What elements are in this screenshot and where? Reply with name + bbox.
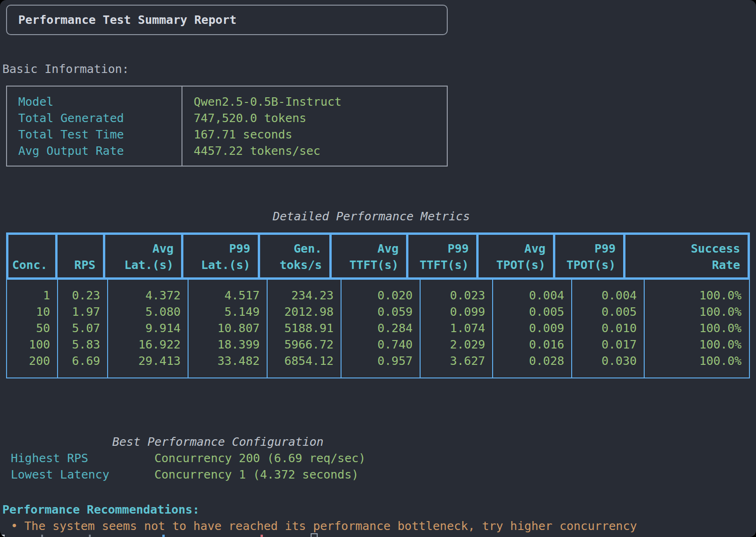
metrics-table-header: Conc. RPS Avg Lat.(s) P99 Lat.(s) Gen. t… — [6, 232, 750, 280]
column-header-gen-toks: Gen. toks/s — [260, 235, 332, 277]
info-label: Avg Output Rate — [18, 143, 182, 159]
best-config-label: Lowest Latency — [11, 466, 154, 483]
column-divider — [107, 280, 108, 377]
best-config-row: Lowest Latency Concurrency 1 (4.372 seco… — [11, 466, 366, 483]
terminal-cursor — [311, 533, 318, 537]
column-header-conc: Conc. — [8, 235, 58, 277]
report-title: Performance Test Summary Report — [7, 12, 237, 28]
clipped-line-glyph — [0, 535, 5, 537]
column-divider — [571, 280, 572, 377]
column-header-rps: RPS — [58, 235, 105, 277]
table-row: 505.079.91410.8075188.910.2841.0740.0090… — [7, 320, 749, 336]
recommendation-item: •The system seems not to have reached it… — [11, 518, 637, 534]
best-config-label: Highest RPS — [11, 450, 154, 466]
basic-info-heading: Basic Information: — [2, 61, 129, 77]
recommendations-heading: Performance Recommendations: — [2, 501, 199, 518]
column-divider — [188, 280, 189, 377]
recommendation-text: The system seems not to have reached its… — [24, 519, 637, 533]
table-row: 2006.6929.41333.4826854.120.9573.6270.02… — [7, 353, 749, 369]
column-divider — [644, 280, 645, 377]
best-config-title: Best Performance Configuration — [112, 434, 324, 450]
info-value: 4457.22 tokens/sec — [194, 143, 447, 159]
report-title-panel: Performance Test Summary Report — [6, 5, 448, 35]
best-config-table: Highest RPS Concurrency 200 (6.69 req/se… — [11, 450, 366, 483]
column-header-p99-tpot: P99 TPOT(s) — [555, 235, 625, 277]
clipped-line-glyph — [41, 535, 43, 537]
info-label: Total Generated — [18, 110, 182, 126]
metrics-table-title: Detailed Performance Metrics — [273, 208, 470, 225]
basic-info-table: Model Total Generated Total Test Time Av… — [6, 86, 448, 167]
column-divider — [341, 280, 342, 377]
clipped-line-glyph — [162, 535, 165, 537]
column-header-avg-tpot: Avg TPOT(s) — [479, 235, 555, 277]
info-label: Model — [18, 94, 182, 110]
column-header-avg-lat: Avg Lat.(s) — [105, 235, 183, 277]
best-config-value: Concurrency 1 (4.372 seconds) — [154, 466, 366, 483]
table-row: 10.234.3724.517234.230.0200.0230.0040.00… — [7, 287, 749, 304]
info-label: Total Test Time — [18, 126, 182, 143]
column-divider — [267, 280, 268, 377]
terminal-window: Performance Test Summary Report Basic In… — [0, 0, 756, 537]
info-value: 747,520.0 tokens — [194, 110, 447, 126]
metrics-table-body: 10.234.3724.517234.230.0200.0230.0040.00… — [6, 280, 750, 378]
table-row: 1005.8316.92218.3995966.720.7402.0290.01… — [7, 336, 749, 353]
basic-info-values: Qwen2.5-0.5B-Instruct 747,520.0 tokens 1… — [182, 87, 447, 166]
table-row: 101.975.0805.1492012.980.0590.0990.0050.… — [7, 304, 749, 320]
bullet-icon: • — [11, 519, 18, 533]
best-config-row: Highest RPS Concurrency 200 (6.69 req/se… — [11, 450, 366, 466]
info-value: 167.71 seconds — [194, 126, 447, 143]
column-divider — [57, 280, 58, 377]
clipped-line-glyph — [89, 535, 91, 537]
column-header-success-rate: Success Rate — [625, 235, 748, 277]
info-value: Qwen2.5-0.5B-Instruct — [194, 94, 447, 110]
column-header-avg-ttft: Avg TTFT(s) — [332, 235, 408, 277]
column-divider — [492, 280, 493, 377]
column-header-p99-lat: P99 Lat.(s) — [183, 235, 260, 277]
best-config-value: Concurrency 200 (6.69 req/sec) — [154, 450, 366, 466]
column-divider — [420, 280, 421, 377]
column-header-p99-ttft: P99 TTFT(s) — [408, 235, 479, 277]
basic-info-labels: Model Total Generated Total Test Time Av… — [7, 87, 182, 166]
clipped-line-glyph — [261, 535, 263, 537]
